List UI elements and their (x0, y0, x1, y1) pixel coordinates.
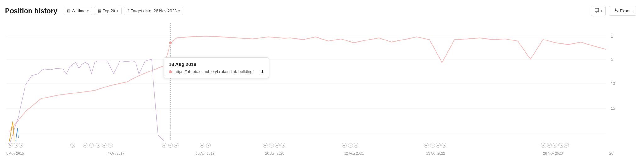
svg-text:G: G (91, 144, 92, 147)
svg-text:G: G (84, 144, 86, 147)
svg-text:a: a (554, 144, 556, 147)
tooltip-url: https://ahrefs.com/blog/broken-link-buil… (175, 69, 253, 74)
svg-text:15: 15 (611, 106, 615, 111)
chart-area: 1 5 10 15 8 Aug 2015 7 Oct 2017 30 Apr 2… (0, 20, 644, 158)
svg-text:G: G (542, 144, 544, 147)
tooltip-value: 1 (261, 69, 263, 74)
svg-text:1: 1 (611, 34, 613, 38)
trend-icon: ⤴ (127, 8, 129, 13)
svg-text:a: a (355, 144, 357, 147)
comment-button[interactable]: ▾ (591, 6, 606, 16)
svg-text:G: G (169, 144, 171, 147)
target-date-button[interactable]: ⤴ Target date: 26 Nov 2023 ▾ (124, 7, 183, 15)
svg-text:G: G (264, 144, 266, 147)
target-date-label: Target date: 26 Nov 2023 (131, 8, 177, 13)
chart-tooltip: 13 Aug 2018 https://ahrefs.com/blog/brok… (164, 57, 269, 78)
svg-text:G: G (548, 144, 550, 147)
svg-text:G: G (425, 144, 427, 147)
svg-text:G: G (15, 144, 17, 147)
svg-text:G: G (437, 144, 439, 147)
export-icon (613, 8, 618, 13)
header: Position history ⊞ All time ▾ ▦ Top 20 ▾… (0, 0, 644, 20)
svg-text:G: G (282, 144, 284, 147)
svg-text:G: G (9, 144, 11, 147)
svg-text:G: G (276, 144, 278, 147)
svg-text:5: 5 (611, 57, 613, 61)
svg-text:26 Nov 2023: 26 Nov 2023 (543, 151, 563, 155)
svg-text:G: G (72, 144, 74, 147)
svg-text:G: G (432, 144, 434, 147)
table-icon: ▦ (97, 8, 101, 13)
chevron-down-icon: ▾ (87, 9, 89, 13)
svg-text:30 Apr 2019: 30 Apr 2019 (196, 151, 214, 155)
tooltip-date: 13 Aug 2018 (169, 61, 264, 67)
svg-text:12 Aug 2021: 12 Aug 2021 (344, 151, 364, 155)
chevron-down-icon: ▾ (601, 9, 602, 13)
svg-text:G: G (343, 144, 345, 147)
svg-text:G: G (97, 144, 99, 147)
svg-text:20: 20 (609, 151, 613, 155)
svg-text:G: G (20, 144, 22, 147)
tooltip-dot (169, 70, 172, 73)
svg-text:20 Jun 2020: 20 Jun 2020 (265, 151, 284, 155)
comment-icon (594, 8, 599, 14)
export-button[interactable]: Export (609, 6, 636, 16)
svg-text:G: G (565, 144, 567, 147)
export-label: Export (620, 8, 632, 13)
header-controls: ⊞ All time ▾ ▦ Top 20 ▾ ⤴ Target date: 2… (64, 7, 585, 15)
svg-text:G: G (560, 144, 562, 147)
calendar-icon: ⊞ (67, 8, 70, 13)
svg-text:G: G (349, 144, 351, 147)
svg-text:8 Aug 2015: 8 Aug 2015 (6, 151, 24, 155)
header-right: ▾ Export (591, 6, 636, 16)
svg-text:G: G (109, 144, 111, 147)
chevron-down-icon: ▾ (178, 9, 180, 13)
time-range-button[interactable]: ⊞ All time ▾ (64, 7, 92, 15)
top-filter-label: Top 20 (103, 8, 115, 13)
chevron-down-icon: ▾ (117, 9, 118, 13)
svg-text:G: G (175, 144, 177, 147)
svg-text:G: G (270, 144, 272, 147)
top-filter-button[interactable]: ▦ Top 20 ▾ (94, 7, 122, 15)
svg-text:10: 10 (611, 82, 615, 86)
tooltip-row: https://ahrefs.com/blog/broken-link-buil… (169, 69, 264, 74)
svg-point-6 (169, 41, 172, 44)
svg-text:7 Oct 2017: 7 Oct 2017 (107, 151, 124, 155)
svg-text:G: G (443, 144, 445, 147)
svg-text:G: G (201, 144, 203, 147)
svg-text:G: G (103, 144, 105, 147)
svg-text:G: G (208, 144, 209, 147)
chart-svg: 1 5 10 15 8 Aug 2015 7 Oct 2017 30 Apr 2… (0, 20, 625, 158)
time-range-label: All time (72, 8, 86, 13)
svg-text:13 Oct 2022: 13 Oct 2022 (426, 151, 445, 155)
svg-text:G: G (163, 144, 165, 147)
page-title: Position history (5, 7, 57, 15)
